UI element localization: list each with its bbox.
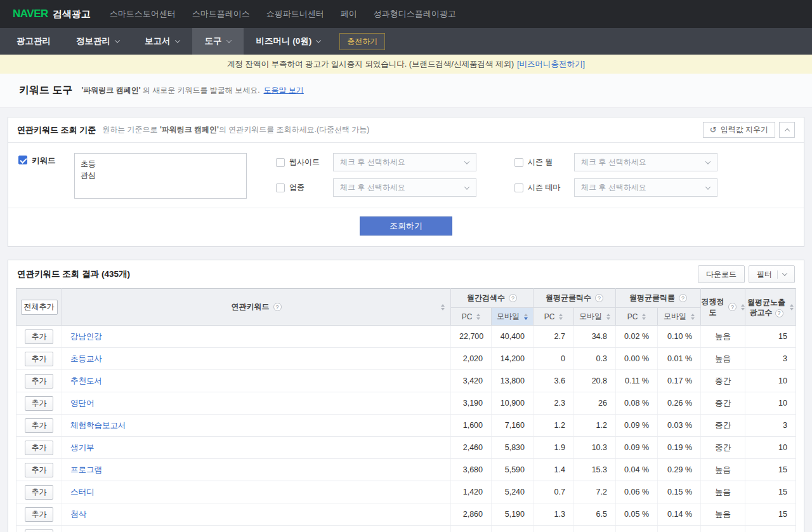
add-keyword-button[interactable]: 추가 bbox=[25, 529, 53, 532]
season-theme-select[interactable]: 체크 후 선택하세요 bbox=[574, 178, 717, 197]
clicks-pc-header[interactable]: PC bbox=[534, 308, 574, 326]
add-keyword-button[interactable]: 추가 bbox=[25, 507, 53, 522]
download-label: 다운로드 bbox=[706, 269, 737, 280]
season-group: 시즌 월 체크 후 선택하세요 시즌 테마 체크 후 선택하세요 bbox=[514, 153, 717, 199]
add-keyword-button[interactable]: 추가 bbox=[25, 418, 53, 433]
sort-icon[interactable] bbox=[606, 314, 610, 320]
help-link[interactable]: 도움말 보기 bbox=[264, 85, 304, 96]
add-keyword-button[interactable]: 추가 bbox=[25, 374, 53, 389]
bizmoney-charge-link[interactable]: [비즈머니충전하기] bbox=[517, 59, 585, 70]
keyword-input[interactable]: 초등 관심 bbox=[74, 153, 247, 199]
add-keyword-button[interactable]: 추가 bbox=[25, 396, 53, 411]
search-mobile-header[interactable]: 모바일 bbox=[492, 308, 534, 326]
add-cell: 추가 bbox=[16, 526, 62, 532]
industry-select[interactable]: 체크 후 선택하세요 bbox=[333, 178, 476, 197]
download-button[interactable]: 다운로드 bbox=[698, 265, 745, 283]
keyword-help-icon[interactable]: ? bbox=[273, 303, 282, 311]
mobile-ctr: 0.17 % bbox=[658, 370, 701, 392]
mobile-ctr: 0.54 % bbox=[658, 526, 701, 532]
season-theme-checkbox[interactable] bbox=[514, 183, 523, 192]
keyword-link[interactable]: 생기부 bbox=[70, 443, 95, 452]
season-month-select[interactable]: 체크 후 선택하세요 bbox=[574, 153, 717, 171]
campaign-name: '파워링크 캠페인' bbox=[160, 125, 219, 134]
website-checkbox[interactable] bbox=[276, 158, 285, 167]
filter-button[interactable]: 필터 bbox=[749, 265, 795, 283]
competition-level: 높음 bbox=[701, 326, 745, 348]
ad-count-help-icon[interactable]: ? bbox=[775, 309, 783, 317]
mobile-ctr: 0.26 % bbox=[658, 392, 701, 415]
sort-icon[interactable] bbox=[441, 304, 445, 310]
collapse-panel-button[interactable] bbox=[779, 122, 795, 138]
industry-checkbox[interactable] bbox=[276, 183, 285, 192]
nav-report[interactable]: 보고서 bbox=[132, 28, 192, 55]
select-placeholder: 체크 후 선택하세요 bbox=[340, 182, 405, 193]
keyword-link[interactable]: 추천도서 bbox=[70, 376, 102, 385]
mobile-search-count: 13,800 bbox=[492, 370, 534, 392]
keyword-link[interactable]: 스터디 bbox=[70, 488, 95, 496]
ad-count: 10 bbox=[745, 392, 796, 415]
season-month-field: 시즌 월 체크 후 선택하세요 bbox=[514, 153, 717, 171]
keyword-checkbox[interactable] bbox=[18, 156, 27, 164]
competition-help-icon[interactable]: ? bbox=[728, 303, 737, 311]
keyword-link[interactable]: 초등교사 bbox=[70, 354, 102, 363]
search-pc-header[interactable]: PC bbox=[451, 308, 492, 326]
keyword-link[interactable]: 강남인강 bbox=[70, 332, 102, 341]
link-display-ad[interactable]: 성과형디스플레이광고 bbox=[374, 8, 456, 20]
link-smartplace[interactable]: 스마트플레이스 bbox=[192, 8, 250, 20]
ad-count-column-header[interactable]: 월평균노출 광고수? bbox=[745, 289, 796, 326]
criteria-card: 연관키워드 조회 기준 원하는 기준으로 '파워링크 캠페인'의 연관키워드를 … bbox=[8, 117, 804, 247]
competition-column-header[interactable]: 경쟁정도 ? bbox=[701, 289, 745, 326]
reset-icon: ↺ bbox=[710, 125, 717, 135]
monthly-clicks-help-icon[interactable]: ? bbox=[595, 294, 603, 302]
naver-searchad-logo[interactable]: NAVER 검색광고 bbox=[13, 8, 91, 20]
keyword-column-header[interactable]: 연관키워드 ? bbox=[62, 289, 451, 326]
nav-ad-management[interactable]: 광고관리 bbox=[4, 28, 63, 55]
table-row: 추가 초등교사 2,020 14,200 0 0.3 0.00 % 0.01 %… bbox=[16, 348, 796, 370]
add-keyword-button[interactable]: 추가 bbox=[25, 463, 53, 477]
link-shopping-partner-center[interactable]: 쇼핑파트너센터 bbox=[266, 8, 324, 20]
pc-ctr: 0.05 % bbox=[616, 503, 658, 526]
clicks-mobile-header[interactable]: 모바일 bbox=[574, 308, 616, 326]
ctr-mobile-header[interactable]: 모바일 bbox=[658, 308, 701, 326]
website-select[interactable]: 체크 후 선택하세요 bbox=[333, 153, 476, 171]
keyword-link[interactable]: 프로그램 bbox=[70, 465, 102, 474]
keyword-link[interactable]: 첨삭 bbox=[70, 510, 86, 519]
monthly-search-help-icon[interactable]: ? bbox=[509, 294, 517, 302]
ctr-pc-header[interactable]: PC bbox=[616, 308, 658, 326]
add-cell: 추가 bbox=[16, 392, 62, 415]
link-pay[interactable]: 페이 bbox=[341, 8, 357, 20]
add-keyword-button[interactable]: 추가 bbox=[25, 441, 53, 455]
link-smartstore-center[interactable]: 스마트스토어센터 bbox=[110, 8, 176, 20]
season-month-checkbox[interactable] bbox=[514, 158, 523, 167]
table-row: 추가 프로그램 3,680 5,590 1.4 15.3 0.04 % 0.29… bbox=[16, 459, 796, 481]
sort-icon[interactable] bbox=[559, 314, 563, 320]
sort-icon[interactable] bbox=[691, 314, 695, 320]
competition-level: 중간 bbox=[701, 370, 745, 392]
add-keyword-button[interactable]: 추가 bbox=[25, 485, 53, 500]
add-all-button[interactable]: 전체추가 bbox=[21, 300, 58, 315]
mobile-search-count: 5,240 bbox=[492, 481, 534, 503]
nav-bizmoney[interactable]: 비즈머니 (0원) bbox=[244, 28, 334, 55]
add-keyword-button[interactable]: 추가 bbox=[25, 352, 53, 366]
sort-icon[interactable] bbox=[476, 314, 480, 320]
sort-icon[interactable] bbox=[741, 304, 745, 310]
nav-info-management[interactable]: 정보관리 bbox=[63, 28, 132, 55]
keyword-link[interactable]: 체험학습보고서 bbox=[70, 421, 126, 430]
results-table-wrap: 전체추가 연관키워드 ? 월간검색수 ? bbox=[8, 288, 804, 532]
competition-level: 중간 bbox=[701, 415, 745, 437]
sort-icon[interactable] bbox=[642, 314, 646, 320]
search-button[interactable]: 조회하기 bbox=[360, 216, 452, 236]
keyword-link[interactable]: 영단어 bbox=[70, 399, 95, 408]
desc-prefix: 원하는 기준으로 bbox=[102, 125, 160, 134]
mobile-ctr: 0.29 % bbox=[658, 459, 701, 481]
sort-icon[interactable] bbox=[790, 304, 794, 310]
monthly-ctr-help-icon[interactable]: ? bbox=[679, 294, 687, 302]
add-keyword-button[interactable]: 추가 bbox=[25, 329, 53, 344]
add-cell: 추가 bbox=[16, 481, 62, 503]
pc-search-count: 3,190 bbox=[451, 392, 492, 415]
sort-icon[interactable] bbox=[524, 314, 528, 320]
charge-button[interactable]: 충전하기 bbox=[339, 33, 385, 50]
nav-tools[interactable]: 도구 bbox=[192, 28, 244, 55]
nav-label: 보고서 bbox=[145, 36, 171, 47]
clear-inputs-button[interactable]: ↺ 입력값 지우기 bbox=[703, 122, 775, 138]
